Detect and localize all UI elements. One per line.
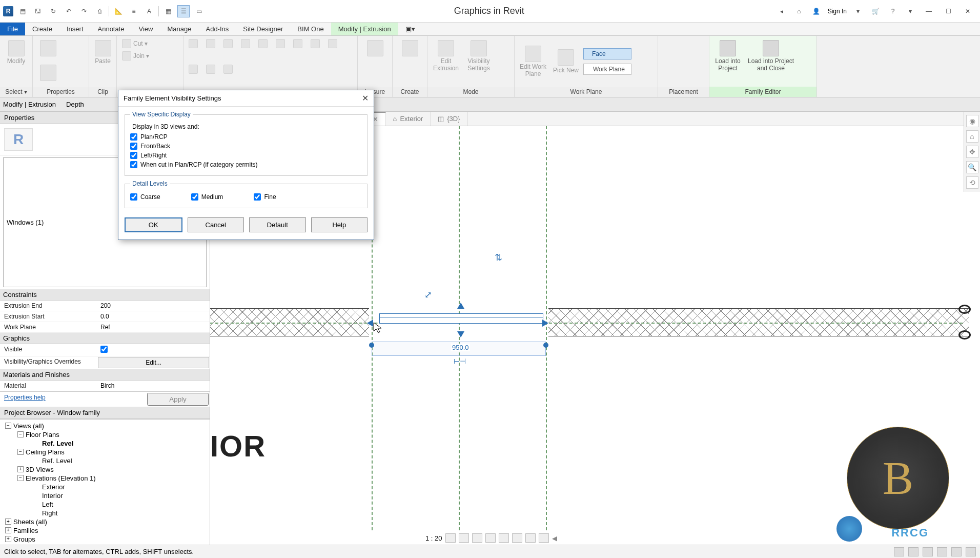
scroll-left-icon[interactable]: ◀ — [552, 534, 557, 542]
flip-control[interactable]: ⇅ — [495, 252, 502, 263]
tree-item[interactable]: Exterior — [2, 483, 208, 491]
edit-workplane-button[interactable]: Edit Work Plane — [518, 44, 548, 79]
shadows-icon[interactable] — [485, 533, 496, 543]
dialog-close-button[interactable]: ✕ — [362, 93, 369, 103]
tab-3d[interactable]: ◫{3D} — [431, 112, 467, 126]
tree-item[interactable]: −Elevations (Elevation 1) — [2, 474, 208, 483]
qa-save-icon[interactable]: 🖫 — [32, 5, 44, 17]
prop-workplane-value[interactable]: Ref — [97, 322, 210, 332]
signin-dropdown-icon[interactable]: ▾ — [852, 5, 864, 17]
tree-item[interactable]: Ref. Level — [2, 456, 208, 465]
chk-when-cut[interactable] — [130, 161, 137, 168]
prop-material-value[interactable]: Birch — [97, 381, 210, 391]
visual-style-icon[interactable] — [459, 533, 469, 543]
load-close-button[interactable]: Load into Project and Close — [745, 38, 797, 74]
nav-pan-icon[interactable]: ✥ — [966, 146, 978, 158]
array-tool[interactable] — [291, 38, 304, 49]
select-links-icon[interactable] — [937, 547, 947, 556]
expand-toggle[interactable]: − — [17, 431, 24, 437]
mirror-tool[interactable] — [239, 38, 252, 49]
expand-toggle[interactable]: + — [17, 466, 24, 472]
drag-handle[interactable] — [367, 320, 373, 327]
qa-open-icon[interactable]: ▤ — [16, 5, 29, 17]
qa-measure-icon[interactable]: 📐 — [112, 5, 125, 17]
tree-item[interactable]: Left — [2, 500, 208, 509]
tree-item[interactable]: +3D Views — [2, 465, 208, 474]
chk-front-back[interactable] — [130, 143, 137, 150]
expand-toggle[interactable]: + — [5, 527, 11, 533]
detail-level-icon[interactable] — [445, 533, 456, 543]
delete-tool[interactable] — [221, 64, 235, 75]
minimize-button[interactable]: — — [922, 5, 936, 17]
prop-extrusion-start-value[interactable]: 0.0 — [97, 311, 210, 322]
qa-redo-icon[interactable]: ↷ — [78, 5, 90, 17]
signin-button[interactable]: Sign In — [828, 8, 847, 15]
rotate-tool[interactable] — [221, 38, 235, 49]
ref-plane-horizontal[interactable] — [210, 323, 963, 324]
chk-plan-rcp[interactable] — [130, 133, 137, 141]
drag-handle[interactable] — [457, 303, 464, 309]
hide-isolate-icon[interactable] — [525, 533, 536, 543]
lock-icon[interactable] — [958, 330, 971, 340]
sun-path-icon[interactable] — [472, 533, 482, 543]
tab-modify-extrusion[interactable]: Modify | Extrusion — [331, 23, 398, 35]
chk-fine[interactable] — [254, 193, 261, 201]
reveal-hidden-icon[interactable] — [539, 533, 549, 543]
project-browser-tree[interactable]: −Views (all)−Floor PlansRef. Level−Ceili… — [0, 420, 210, 545]
qa-thinlines-icon[interactable]: ☰ — [177, 5, 190, 17]
design-options-icon[interactable] — [908, 547, 918, 556]
chk-medium[interactable] — [191, 193, 198, 201]
tree-item[interactable]: Revit Links — [2, 544, 208, 545]
pin-tool[interactable] — [326, 38, 339, 49]
help-icon[interactable]: ? — [887, 5, 899, 17]
offset-tool[interactable] — [274, 38, 287, 49]
properties-apply-button[interactable]: Apply — [147, 393, 209, 406]
type-properties-button[interactable] — [36, 63, 60, 83]
expand-toggle[interactable]: − — [17, 475, 24, 481]
dialog-cancel-button[interactable]: Cancel — [188, 217, 244, 232]
qa-sync-icon[interactable]: ↻ — [47, 5, 59, 17]
nav-zoom-icon[interactable]: 🔍 — [966, 161, 978, 173]
drag-handle[interactable] — [457, 331, 464, 337]
tree-item[interactable]: +Families — [2, 526, 208, 535]
edit-extrusion-button[interactable]: Edit Extrusion — [431, 38, 461, 74]
prop-visible-value[interactable] — [97, 344, 210, 356]
tree-item[interactable]: +Sheets (all) — [2, 517, 208, 526]
pick-new-button[interactable]: Pick New — [550, 47, 581, 76]
visibility-settings-button[interactable]: Visibility Settings — [463, 38, 494, 74]
infocenter-keytip-icon[interactable]: ◂ — [775, 5, 788, 17]
prop-visible-checkbox[interactable] — [100, 346, 108, 353]
crop-view-icon[interactable] — [499, 533, 509, 543]
split-tool[interactable] — [204, 64, 217, 75]
dialog-ok-button[interactable]: OK — [125, 217, 182, 232]
measure-tool[interactable] — [361, 38, 389, 58]
tree-item[interactable]: −Floor Plans — [2, 430, 208, 439]
tab-insert[interactable]: Insert — [59, 23, 91, 35]
worksets-icon[interactable] — [894, 547, 904, 556]
user-icon[interactable]: 👤 — [810, 5, 823, 17]
prop-extrusion-end-value[interactable]: 200 — [97, 301, 210, 311]
crop-region-icon[interactable] — [512, 533, 522, 543]
tab-create[interactable]: Create — [25, 23, 59, 35]
copy-tool[interactable] — [204, 38, 217, 49]
dimension-toggle-icon[interactable]: ⊢⊣ — [454, 357, 466, 365]
close-window-button[interactable]: ✕ — [961, 5, 975, 17]
ribbon-expand-icon[interactable]: ▣▾ — [398, 23, 422, 35]
dim-witness-grip[interactable] — [369, 343, 374, 348]
lock-icon[interactable] — [958, 305, 971, 314]
load-into-project-button[interactable]: Load into Project — [712, 38, 743, 74]
qa-addin-icon[interactable]: ▦ — [162, 5, 174, 17]
qa-align-icon[interactable]: ≡ — [128, 5, 140, 17]
tree-item[interactable]: Interior — [2, 491, 208, 500]
tab-exterior[interactable]: ⌂Exterior — [386, 112, 431, 126]
window-extrusion[interactable] — [379, 313, 543, 324]
tree-item[interactable]: −Ceiling Plans — [2, 448, 208, 456]
trim-tool[interactable] — [256, 38, 270, 49]
expand-toggle[interactable]: − — [17, 449, 24, 455]
select-pinned-icon[interactable] — [951, 547, 962, 556]
expand-toggle[interactable]: + — [5, 536, 11, 542]
create-similar-button[interactable] — [396, 38, 424, 58]
filter-icon[interactable] — [966, 547, 976, 556]
modify-tool[interactable]: Modify — [3, 38, 29, 67]
view-scale[interactable]: 1 : 20 — [425, 534, 442, 542]
